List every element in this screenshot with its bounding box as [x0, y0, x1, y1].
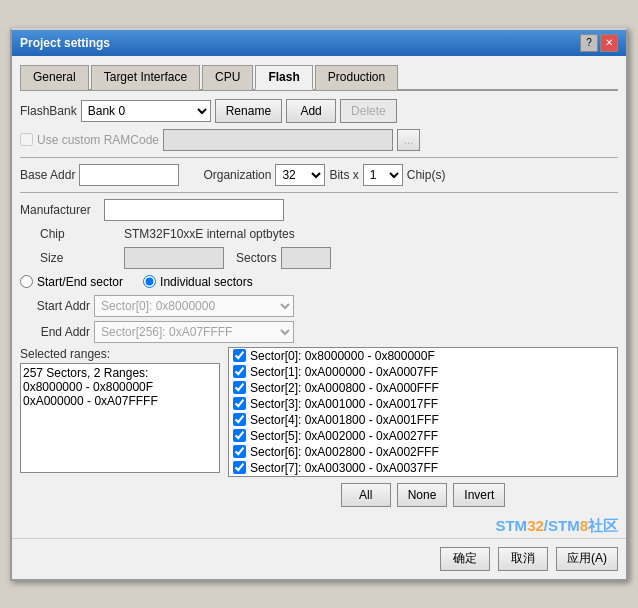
lower-section: Selected ranges: 257 Sectors, 2 Ranges: …: [20, 347, 618, 507]
invert-button[interactable]: Invert: [453, 483, 505, 507]
chip-row: Chip STM32F10xxE internal optbytes: [20, 227, 618, 241]
chip-value: STM32F10xxE internal optbytes: [124, 227, 295, 241]
end-addr-label: End Addr: [20, 325, 90, 339]
watermark: STM32/STM8社区: [12, 515, 626, 538]
end-addr-row: End Addr Sector[256]: 0xA07FFFF: [20, 321, 618, 343]
flashbank-label: FlashBank: [20, 104, 77, 118]
sector-6-label: Sector[6]: 0xA002800 - 0xA002FFF: [250, 445, 439, 459]
size-input: 524304 Bytes: [124, 247, 224, 269]
sectors-count-input: 257: [281, 247, 331, 269]
list-item: Sector[6]: 0xA002800 - 0xA002FFF: [229, 444, 617, 460]
tab-flash[interactable]: Flash: [255, 65, 312, 90]
list-item: Sector[5]: 0xA002000 - 0xA0027FF: [229, 428, 617, 444]
range-line-1: 0x8000000 - 0x800000F: [23, 380, 217, 394]
sector-4-label: Sector[4]: 0xA001800 - 0xA001FFF: [250, 413, 439, 427]
end-addr-select[interactable]: Sector[256]: 0xA07FFFF: [94, 321, 294, 343]
tab-target-interface[interactable]: Target Interface: [91, 65, 200, 90]
ramcode-checkbox[interactable]: [20, 133, 33, 146]
add-button[interactable]: Add: [286, 99, 336, 123]
size-row: Size 524304 Bytes Sectors 257: [20, 247, 618, 269]
selected-ranges-panel: Selected ranges: 257 Sectors, 2 Ranges: …: [20, 347, 220, 507]
sectors-label: Sectors: [236, 251, 277, 265]
list-item: Sector[2]: 0xA000800 - 0xA000FFF: [229, 380, 617, 396]
manufacturer-label: Manufacturer: [20, 203, 100, 217]
chips-label: Chip(s): [407, 168, 446, 182]
title-bar-buttons: ? ✕: [580, 34, 618, 52]
cancel-button[interactable]: 取消: [498, 547, 548, 571]
sector-mode-row: Start/End sector Individual sectors: [20, 275, 618, 289]
start-addr-select[interactable]: Sector[0]: 0x8000000: [94, 295, 294, 317]
tab-cpu[interactable]: CPU: [202, 65, 253, 90]
sector-5-label: Sector[5]: 0xA002000 - 0xA0027FF: [250, 429, 438, 443]
sector-0-checkbox[interactable]: [233, 349, 246, 362]
ramcode-browse-button[interactable]: ...: [397, 129, 420, 151]
ramcode-label: Use custom RAMCode: [37, 133, 159, 147]
flashbank-select[interactable]: Bank 0: [81, 100, 211, 122]
sector-7-label: Sector[7]: 0xA003000 - 0xA0037FF: [250, 461, 438, 475]
list-item: Sector[1]: 0xA000000 - 0xA0007FF: [229, 364, 617, 380]
start-addr-row: Start Addr Sector[0]: 0x8000000: [20, 295, 618, 317]
manufacturer-input[interactable]: ST: [104, 199, 284, 221]
sector-2-label: Sector[2]: 0xA000800 - 0xA000FFF: [250, 381, 439, 395]
start-addr-label: Start Addr: [20, 299, 90, 313]
sector-0-label: Sector[0]: 0x8000000 - 0x800000F: [250, 349, 435, 363]
organization-select[interactable]: 32 16 8: [275, 164, 325, 186]
individual-radio-label: Individual sectors: [143, 275, 253, 289]
help-button[interactable]: ?: [580, 34, 598, 52]
bits-label: Bits x: [329, 168, 358, 182]
sector-4-checkbox[interactable]: [233, 413, 246, 426]
list-item: Sector[7]: 0xA003000 - 0xA0037FF: [229, 460, 617, 476]
sector-1-label: Sector[1]: 0xA000000 - 0xA0007FF: [250, 365, 438, 379]
sector-action-buttons: All None Invert: [228, 483, 618, 507]
tab-general[interactable]: General: [20, 65, 89, 90]
baseaddr-input[interactable]: 08000000: [79, 164, 179, 186]
flashbank-row: FlashBank Bank 0 Rename Add Delete: [20, 99, 618, 123]
sector-7-checkbox[interactable]: [233, 461, 246, 474]
list-item: Sector[0]: 0x8000000 - 0x800000F: [229, 348, 617, 364]
sector-1-checkbox[interactable]: [233, 365, 246, 378]
individual-label: Individual sectors: [160, 275, 253, 289]
all-button[interactable]: All: [341, 483, 391, 507]
list-item: Sector[3]: 0xA001000 - 0xA0017FF: [229, 396, 617, 412]
delete-button[interactable]: Delete: [340, 99, 397, 123]
bits-select[interactable]: 1 2 4: [363, 164, 403, 186]
apply-button[interactable]: 应用(A): [556, 547, 618, 571]
sectors-list[interactable]: Sector[0]: 0x8000000 - 0x800000F Sector[…: [228, 347, 618, 477]
list-item: Sector[4]: 0xA001800 - 0xA001FFF: [229, 412, 617, 428]
sector-6-checkbox[interactable]: [233, 445, 246, 458]
sector-3-checkbox[interactable]: [233, 397, 246, 410]
ramcode-input[interactable]: [163, 129, 393, 151]
baseaddr-row: Base Addr 08000000 Organization 32 16 8 …: [20, 164, 618, 186]
title-bar: Project settings ? ✕: [12, 30, 626, 56]
selected-ranges-title: Selected ranges:: [20, 347, 220, 361]
ramcode-row: Use custom RAMCode ...: [20, 129, 618, 151]
range-line-2: 0xA000000 - 0xA07FFFF: [23, 394, 217, 408]
start-end-label: Start/End sector: [37, 275, 123, 289]
none-button[interactable]: None: [397, 483, 448, 507]
tab-bar: General Target Interface CPU Flash Produ…: [20, 64, 618, 91]
rename-button[interactable]: Rename: [215, 99, 282, 123]
start-end-radio[interactable]: [20, 275, 33, 288]
size-label: Size: [40, 251, 120, 265]
sector-3-label: Sector[3]: 0xA001000 - 0xA0017FF: [250, 397, 438, 411]
tab-production[interactable]: Production: [315, 65, 398, 90]
chip-label: Chip: [40, 227, 120, 241]
start-end-radio-label: Start/End sector: [20, 275, 123, 289]
window-title: Project settings: [20, 36, 110, 50]
sector-2-checkbox[interactable]: [233, 381, 246, 394]
range-line-0: 257 Sectors, 2 Ranges:: [23, 366, 217, 380]
sectors-list-panel: Sector[0]: 0x8000000 - 0x800000F Sector[…: [228, 347, 618, 507]
footer: 确定 取消 应用(A): [12, 538, 626, 579]
individual-radio[interactable]: [143, 275, 156, 288]
ok-button[interactable]: 确定: [440, 547, 490, 571]
close-button[interactable]: ✕: [600, 34, 618, 52]
manufacturer-row: Manufacturer ST: [20, 199, 618, 221]
sector-5-checkbox[interactable]: [233, 429, 246, 442]
ranges-box[interactable]: 257 Sectors, 2 Ranges: 0x8000000 - 0x800…: [20, 363, 220, 473]
organization-label: Organization: [203, 168, 271, 182]
baseaddr-label: Base Addr: [20, 168, 75, 182]
